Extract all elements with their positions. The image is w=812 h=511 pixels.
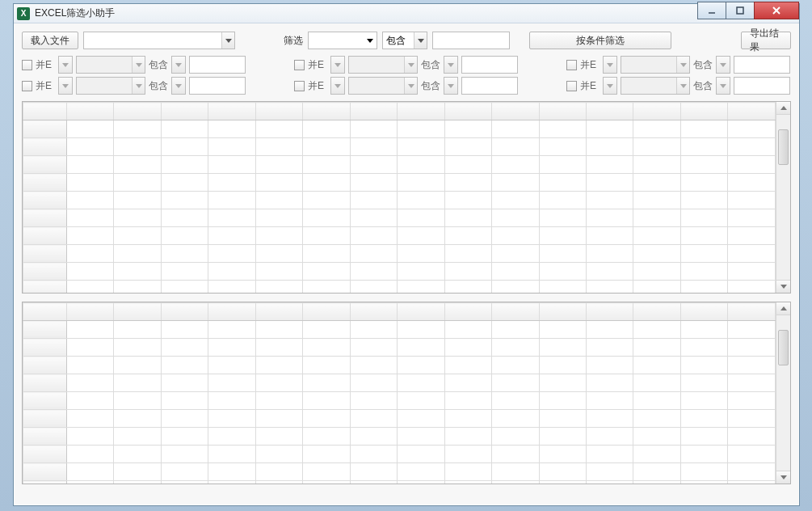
scrollbar-vertical[interactable]: [776, 102, 790, 293]
field-combo[interactable]: [621, 77, 690, 95]
condition-1-1: 并E 包含: [22, 56, 246, 74]
field-combo[interactable]: [348, 77, 418, 95]
value-input[interactable]: [461, 56, 518, 74]
filter-conditions-area: 并E 包含 并E 包含: [22, 56, 791, 95]
logic-combo[interactable]: [58, 77, 73, 95]
field-combo[interactable]: [348, 56, 418, 74]
filter-label: 筛选: [284, 34, 303, 48]
app-icon: X: [17, 7, 30, 20]
value-input[interactable]: [734, 77, 790, 95]
field-combo[interactable]: [621, 56, 690, 74]
op-combo[interactable]: [716, 77, 730, 95]
app-window: X EXCEL筛选小助手 载入文件 筛选: [13, 3, 800, 506]
value-input[interactable]: [734, 56, 790, 74]
op-combo[interactable]: [444, 77, 458, 95]
condition-1-2: 并E 包含: [22, 77, 246, 95]
contains-label: 包含: [421, 58, 440, 72]
title-bar: X EXCEL筛选小助手: [14, 4, 799, 23]
filter-operator-combo[interactable]: 包含: [382, 32, 427, 49]
contains-label: 包含: [149, 58, 168, 72]
source-grid[interactable]: [22, 101, 791, 294]
condition-3-1: 并E 包含: [566, 56, 790, 74]
scroll-up-icon[interactable]: [776, 102, 790, 115]
and-label: 并E: [308, 58, 327, 72]
scroll-thumb[interactable]: [778, 330, 789, 365]
apply-filter-button[interactable]: 按条件筛选: [529, 32, 671, 49]
scrollbar-vertical[interactable]: [776, 302, 790, 484]
export-results-button[interactable]: 导出结果: [741, 32, 791, 49]
field-combo[interactable]: [76, 56, 145, 74]
scroll-up-icon[interactable]: [776, 302, 790, 315]
svg-rect-1: [737, 7, 743, 14]
logic-combo[interactable]: [330, 56, 345, 74]
close-button[interactable]: [754, 2, 799, 19]
and-label: 并E: [308, 79, 327, 93]
and-label: 并E: [36, 58, 55, 72]
condition-checkbox[interactable]: [294, 60, 305, 70]
and-label: 并E: [580, 79, 600, 93]
logic-combo[interactable]: [58, 56, 73, 74]
content-area: 载入文件 筛选 包含 按条件筛选 导出结果 并E: [14, 23, 799, 489]
op-combo[interactable]: [716, 56, 730, 74]
contains-label: 包含: [149, 79, 168, 93]
scroll-down-icon[interactable]: [776, 280, 790, 293]
condition-checkbox[interactable]: [22, 81, 32, 91]
op-combo[interactable]: [171, 56, 186, 74]
condition-checkbox[interactable]: [566, 81, 577, 91]
logic-combo[interactable]: [330, 77, 345, 95]
and-label: 并E: [36, 79, 55, 93]
condition-checkbox[interactable]: [22, 60, 32, 70]
condition-2-1: 并E 包含: [294, 56, 518, 74]
logic-combo[interactable]: [603, 56, 617, 74]
result-grid[interactable]: [22, 302, 791, 484]
load-file-button[interactable]: 载入文件: [22, 32, 78, 49]
and-label: 并E: [580, 58, 600, 72]
op-combo[interactable]: [444, 56, 458, 74]
contains-label: 包含: [693, 79, 713, 93]
condition-checkbox[interactable]: [294, 81, 305, 91]
file-combo[interactable]: [83, 32, 235, 49]
filter-column-combo[interactable]: [308, 32, 377, 49]
logic-combo[interactable]: [603, 77, 617, 95]
window-title: EXCEL筛选小助手: [35, 6, 115, 20]
value-input[interactable]: [189, 56, 246, 74]
minimize-button[interactable]: [697, 2, 726, 19]
toolbar-row-main: 载入文件 筛选 包含 按条件筛选 导出结果: [22, 32, 791, 49]
scroll-thumb[interactable]: [778, 129, 789, 165]
field-combo[interactable]: [76, 77, 145, 95]
op-combo[interactable]: [171, 77, 186, 95]
condition-2-2: 并E 包含: [294, 77, 518, 95]
contains-label: 包含: [693, 58, 713, 72]
filter-value-input[interactable]: [432, 32, 510, 49]
window-controls: [698, 2, 799, 19]
value-input[interactable]: [461, 77, 518, 95]
contains-label: 包含: [421, 79, 440, 93]
scroll-down-icon[interactable]: [776, 471, 790, 484]
maximize-button[interactable]: [726, 2, 755, 19]
value-input[interactable]: [189, 77, 246, 95]
condition-checkbox[interactable]: [566, 60, 577, 70]
condition-3-2: 并E 包含: [566, 77, 790, 95]
